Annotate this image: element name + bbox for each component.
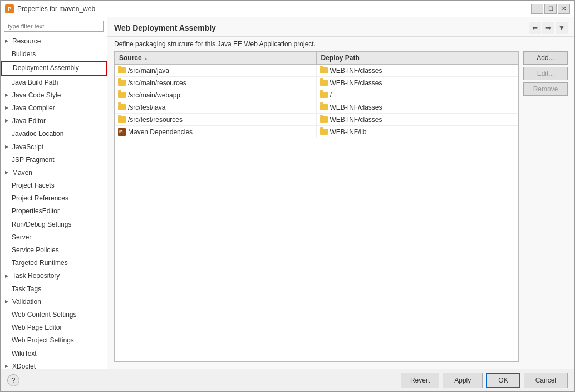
panel-description: Define packaging structure for this Java…	[107, 37, 574, 51]
revert-button[interactable]: Revert	[401, 373, 439, 388]
minimize-button[interactable]: —	[531, 4, 543, 14]
sidebar-item-task-repository[interactable]: Task Repository	[1, 270, 107, 282]
sidebar-item-web-page-editor[interactable]: Web Page Editor	[1, 321, 107, 334]
sidebar-item-targeted-runtimes[interactable]: Targeted Runtimes	[1, 257, 107, 270]
add-button[interactable]: Add...	[523, 51, 568, 65]
deploy-cell: /	[317, 89, 519, 101]
source-cell: /src/test/resources	[115, 114, 317, 125]
assembly-content: Source ▲ Deploy Path /src/main/javaWEB-I…	[107, 51, 574, 369]
sidebar-item-java-code-style[interactable]: Java Code Style	[1, 89, 107, 102]
main-panel: Web Deployment Assembly ⬅ ➡ ▼ Define pac…	[107, 17, 574, 369]
table-row[interactable]: Maven DependenciesWEB-INF/lib	[115, 126, 518, 138]
sidebar-item-builders[interactable]: Builders	[1, 48, 107, 61]
folder-icon	[320, 92, 328, 98]
deploy-cell: WEB-INF/classes	[317, 101, 519, 113]
bottom-left: ?	[7, 374, 19, 386]
sidebar-item-java-build-path[interactable]: Java Build Path	[1, 76, 107, 89]
sidebar-item-xdoclet[interactable]: XDoclet	[1, 360, 107, 369]
close-button[interactable]: ✕	[558, 4, 570, 14]
sidebar-item-server[interactable]: Server	[1, 231, 107, 244]
sidebar-item-resource[interactable]: Resource	[1, 35, 107, 48]
window-icon: P	[5, 4, 14, 13]
source-cell: /src/main/resources	[115, 77, 317, 89]
sort-arrow: ▲	[144, 56, 148, 61]
sidebar-item-jsp-fragment[interactable]: JSP Fragment	[1, 154, 107, 166]
folder-icon	[320, 67, 328, 74]
window-title: Properties for maven_web	[17, 5, 528, 13]
sidebar-item-run-debug-settings[interactable]: Run/Debug Settings	[1, 218, 107, 231]
source-cell: /src/main/webapp	[115, 89, 317, 101]
sidebar-item-java-compiler[interactable]: Java Compiler	[1, 102, 107, 115]
sidebar-item-properties-editor[interactable]: PropertiesEditor	[1, 205, 107, 218]
sidebar-item-validation[interactable]: Validation	[1, 296, 107, 308]
table-row[interactable]: /src/test/resourcesWEB-INF/classes	[115, 114, 518, 126]
table-row[interactable]: /src/main/resourcesWEB-INF/classes	[115, 77, 518, 89]
maven-icon	[118, 128, 126, 136]
table-row[interactable]: /src/main/javaWEB-INF/classes	[115, 65, 518, 77]
sidebar-tree: ResourceBuildersDeployment AssemblyJava …	[1, 35, 107, 369]
sidebar: ResourceBuildersDeployment AssemblyJava …	[1, 17, 107, 369]
content-area: ResourceBuildersDeployment AssemblyJava …	[1, 17, 574, 369]
sidebar-item-javascript[interactable]: JavaScript	[1, 141, 107, 154]
sidebar-item-web-content-settings[interactable]: Web Content Settings	[1, 308, 107, 321]
folder-icon	[118, 80, 126, 86]
table-row[interactable]: /src/test/javaWEB-INF/classes	[115, 101, 518, 114]
bottom-bar: ? Revert Apply OK Cancel	[1, 369, 574, 391]
title-bar: P Properties for maven_web — ☐ ✕	[1, 1, 574, 17]
deploy-cell: WEB-INF/lib	[317, 126, 519, 138]
folder-icon	[118, 67, 126, 74]
maximize-button[interactable]: ☐	[544, 4, 557, 14]
folder-icon	[320, 116, 328, 122]
bottom-right: Revert Apply OK Cancel	[401, 373, 568, 388]
edit-button[interactable]: Edit...	[523, 67, 568, 80]
folder-icon	[320, 129, 328, 135]
source-cell: /src/main/java	[115, 65, 317, 76]
filter-input[interactable]	[4, 21, 104, 32]
help-button[interactable]: ?	[7, 374, 19, 386]
sidebar-item-deployment-assembly[interactable]: Deployment Assembly	[1, 61, 107, 76]
folder-icon	[320, 80, 328, 86]
ok-button[interactable]: OK	[486, 373, 520, 388]
assembly-table: Source ▲ Deploy Path /src/main/javaWEB-I…	[114, 51, 519, 362]
source-cell: /src/test/java	[115, 101, 317, 113]
sidebar-item-javadoc-location[interactable]: Javadoc Location	[1, 128, 107, 140]
sidebar-item-java-editor[interactable]: Java Editor	[1, 115, 107, 128]
apply-button[interactable]: Apply	[443, 373, 483, 388]
sidebar-item-task-tags[interactable]: Task Tags	[1, 283, 107, 296]
properties-window: P Properties for maven_web — ☐ ✕ Resourc…	[0, 0, 575, 392]
sidebar-item-project-references[interactable]: Project References	[1, 192, 107, 205]
table-header: Source ▲ Deploy Path	[115, 52, 518, 65]
deploy-cell: WEB-INF/classes	[317, 114, 519, 125]
panel-header: Web Deployment Assembly ⬅ ➡ ▼	[107, 17, 574, 37]
deploy-column-header: Deploy Path	[317, 52, 519, 64]
deploy-cell: WEB-INF/classes	[317, 65, 519, 76]
sidebar-item-service-policies[interactable]: Service Policies	[1, 244, 107, 257]
panel-title: Web Deployment Assembly	[114, 23, 216, 32]
source-column-header: Source ▲	[115, 52, 317, 64]
action-buttons: Add... Edit... Remove	[523, 51, 568, 362]
source-cell: Maven Dependencies	[115, 126, 317, 138]
sidebar-item-web-project-settings[interactable]: Web Project Settings	[1, 334, 107, 347]
remove-button[interactable]: Remove	[523, 82, 568, 96]
forward-button[interactable]: ➡	[542, 22, 554, 34]
folder-icon	[118, 104, 126, 110]
dropdown-button[interactable]: ▼	[556, 22, 568, 34]
toolbar-icons: ⬅ ➡ ▼	[529, 22, 568, 34]
sidebar-item-project-facets[interactable]: Project Facets	[1, 179, 107, 192]
sidebar-item-maven[interactable]: Maven	[1, 166, 107, 179]
back-button[interactable]: ⬅	[529, 22, 541, 34]
folder-icon	[118, 116, 126, 122]
sidebar-item-wikitext[interactable]: WikiText	[1, 347, 107, 360]
table-body: /src/main/javaWEB-INF/classes/src/main/r…	[115, 65, 518, 361]
cancel-button[interactable]: Cancel	[524, 373, 568, 388]
folder-icon	[118, 92, 126, 98]
window-controls: — ☐ ✕	[531, 4, 570, 14]
table-row[interactable]: /src/main/webapp/	[115, 89, 518, 101]
folder-icon	[320, 104, 328, 110]
deploy-cell: WEB-INF/classes	[317, 77, 519, 89]
